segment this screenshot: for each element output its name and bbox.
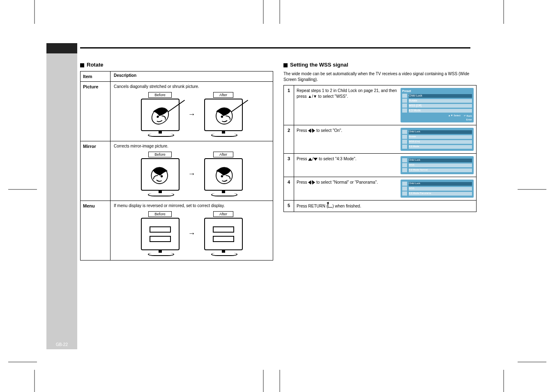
osd-title: Preset — [402, 90, 472, 92]
rotate-table: Item Description Picture Cancels diagona… — [80, 71, 273, 261]
osd-preview: Child Lock Rotate WSS [On] 4:3 Mode — [401, 128, 474, 151]
osd-item: Rotate — [409, 135, 472, 139]
section-tab — [46, 43, 77, 53]
step-text: Press / to select "4:3 Mode". — [297, 156, 398, 162]
crop-mark — [263, 370, 264, 392]
crop-mark — [8, 362, 37, 362]
svg-point-3 — [221, 115, 223, 118]
return-icon — [328, 203, 332, 208]
row-figures: Before → After — [111, 210, 273, 260]
row-name: Picture — [81, 82, 111, 141]
page-number: GB-22 — [46, 342, 77, 347]
label-after: After — [213, 92, 233, 98]
step-num: 3 — [284, 154, 294, 177]
tv-after: After — [199, 211, 248, 256]
label-before: Before — [148, 92, 172, 98]
arrow-icon: → — [188, 229, 196, 238]
osd-item: Child Lock — [409, 94, 472, 98]
tv-before: Before — [136, 211, 185, 256]
osd-item: 4:3 Mode — [409, 109, 472, 113]
row-desc: Cancels diagonally stretched or shrunk p… — [111, 82, 273, 90]
label-after: After — [213, 152, 233, 157]
osd-enter: Enter — [466, 118, 472, 121]
crop-mark — [8, 189, 37, 190]
left-arrow-icon — [308, 180, 311, 184]
osd-value: Panorama — [420, 192, 431, 194]
right-column: Setting the WSS signal The wide mode can… — [283, 62, 477, 212]
right-arrow-icon — [312, 180, 315, 184]
step-row: 5 Press RETURN () when finished. — [284, 201, 476, 212]
divider — [80, 47, 470, 48]
intro-text: The wide mode can be set automatically w… — [283, 71, 477, 83]
tv-before: Before — [136, 92, 185, 137]
row-desc: If menu display is reversed or mirrored,… — [111, 201, 273, 210]
step-text: Repeat steps 1 to 2 in Child Lock on pag… — [297, 88, 398, 99]
th-desc: Description — [111, 71, 273, 81]
tv-screen — [204, 158, 243, 191]
osd-preview: Preset Child Lock Rotate WSS [Off] 4:3 M… — [401, 88, 474, 122]
instructions-table: 1 Repeat steps 1 to 2 in Child Lock on p… — [283, 85, 477, 212]
tv-screen — [204, 218, 243, 250]
osd-value: [Off] — [416, 104, 421, 107]
tv-screen — [204, 99, 243, 131]
osd-item: Rotate — [409, 99, 472, 103]
label-after: After — [213, 211, 233, 217]
tv-after: After — [199, 92, 248, 137]
table-header-row: Item Description — [81, 71, 273, 82]
step-row: 4 Press / to select "Normal" or "Panoram… — [284, 177, 476, 201]
osd-item: 4:3 Mode — [409, 192, 419, 194]
svg-point-7 — [221, 175, 223, 177]
osd-item: Child Lock — [409, 182, 472, 186]
row-figures: Before → After — [111, 90, 273, 141]
left-arrow-icon — [308, 129, 311, 133]
osd-preview: Child Lock WSS 4:3 Mode Normal — [401, 156, 474, 174]
crop-mark — [518, 189, 546, 190]
step-text: Press / to select "Normal" or "Panorama"… — [297, 180, 398, 185]
heading-text: Setting the WSS signal — [290, 62, 348, 68]
crop-mark — [503, 370, 504, 392]
table-row: Mirror Corrects mirror-image picture. Be… — [81, 141, 273, 201]
svg-point-5 — [160, 175, 162, 177]
crop-mark — [518, 362, 546, 362]
step-row: 1 Repeat steps 1 to 2 in Child Lock on p… — [284, 85, 476, 125]
step-row: 3 Press / to select "4:3 Mode". Child Lo… — [284, 154, 476, 177]
step-num: 4 — [284, 177, 294, 200]
table-row: Menu If menu display is reversed or mirr… — [81, 201, 273, 260]
right-arrow-icon — [312, 129, 315, 133]
step-num: 1 — [284, 85, 294, 125]
section-heading: Setting the WSS signal — [283, 62, 477, 68]
row-name: Mirror — [81, 141, 111, 201]
osd-preview: Child Lock WSS 4:3 Mode Panorama — [401, 180, 474, 198]
osd-item: WSS — [409, 104, 415, 107]
step-text: Press RETURN () when finished. — [297, 203, 474, 209]
label-before: Before — [148, 211, 172, 217]
osd-item: Child Lock — [409, 130, 472, 134]
up-arrow-icon — [308, 158, 312, 161]
osd-item: WSS — [409, 164, 472, 167]
crop-mark — [34, 0, 35, 24]
osd-back: Back — [467, 115, 472, 117]
row-content: If menu display is reversed or mirrored,… — [111, 201, 273, 260]
crop-mark — [279, 370, 280, 392]
crop-mark — [279, 0, 280, 24]
tv-screen — [141, 158, 180, 191]
step-num: 5 — [284, 201, 294, 212]
row-desc: Corrects mirror-image picture. — [111, 141, 273, 150]
th-item: Item — [81, 71, 111, 81]
osd-item: Child Lock — [409, 159, 472, 162]
crop-mark — [503, 0, 504, 24]
tv-screen — [141, 218, 180, 250]
osd-value: [On] — [415, 140, 419, 143]
sidebar: GB-22 — [46, 53, 77, 349]
arrow-icon: → — [188, 170, 196, 178]
row-figures: Before → After — [111, 150, 273, 201]
section-heading: Rotate — [80, 62, 273, 68]
osd-item: 4:3 Mode — [409, 168, 419, 171]
step-text: Press / to select "On". — [297, 128, 398, 134]
table-row: Picture Cancels diagonally stretched or … — [81, 82, 273, 141]
osd-value: Normal — [420, 168, 428, 171]
heading-text: Rotate — [87, 62, 103, 68]
label-before: Before — [148, 152, 172, 157]
down-arrow-icon — [313, 158, 318, 161]
osd-item: WSS — [409, 187, 472, 191]
